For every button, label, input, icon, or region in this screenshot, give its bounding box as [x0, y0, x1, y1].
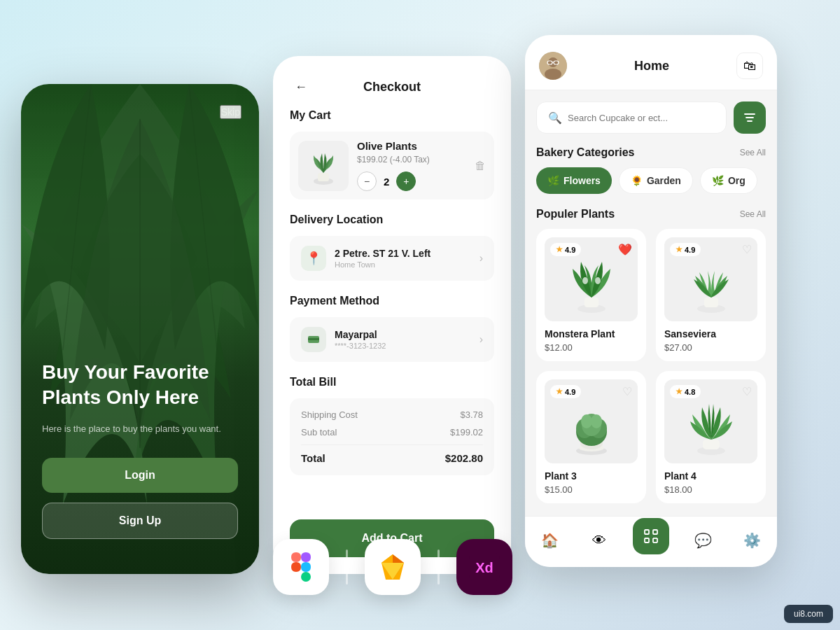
flowers-label: Flowers: [564, 175, 601, 186]
delivery-info-left: 📍 2 Petre. ST 21 V. Left Home Town: [301, 246, 430, 271]
cart-icon-button[interactable]: 🛍: [736, 52, 763, 79]
plant3-image: ★ 4.9 ♡: [545, 379, 638, 463]
svg-rect-35: [645, 538, 649, 542]
nav-scan-button[interactable]: [633, 518, 669, 554]
plant-card-4: ★ 4.8 ♡ Plant 4 $18.00: [656, 371, 766, 503]
plant4-heart-button[interactable]: ♡: [742, 385, 752, 398]
shipping-label: Shipping Cost: [301, 410, 358, 420]
cart-item: Olive Plants $199.02 (-4.00 Tax) − 2 + 🗑: [290, 132, 494, 200]
cart-item-price: $199.02 (-4.00 Tax): [357, 155, 466, 164]
category-org[interactable]: 🌿 Org: [700, 167, 757, 194]
increase-qty-button[interactable]: +: [396, 172, 416, 191]
category-flowers[interactable]: 🌿 Flowers: [536, 167, 612, 194]
nav-settings[interactable]: ⚙️: [737, 525, 768, 556]
shipping-value: $3.78: [460, 410, 483, 420]
categories-row: 🌿 Flowers 🌻 Garden 🌿 Org: [536, 167, 766, 194]
screen-onboarding: Skip Buy Your Favorite Plants Only Here …: [21, 84, 259, 574]
checkout-body: My Cart Olive Plants $: [273, 109, 511, 511]
svg-point-19: [595, 277, 601, 284]
plant3-price: $15.00: [545, 484, 638, 495]
payment-icon: [301, 327, 326, 352]
categories-section: Bakery Categories See All 🌿 Flowers 🌻 Ga…: [536, 146, 766, 194]
payment-name: Mayarpal: [335, 329, 386, 340]
sanseviera-heart-button[interactable]: ♡: [742, 243, 752, 256]
payment-info-left: Mayarpal ****-3123-1232: [301, 327, 386, 352]
categories-label: Bakery Categories: [536, 146, 635, 159]
svg-point-18: [582, 277, 588, 284]
xd-icon: Xd: [456, 539, 512, 595]
monstera-heart-button[interactable]: ❤️: [618, 243, 632, 256]
plant-card-sanseviera: ★ 4.9 ♡ Sanseviera $27.00: [656, 229, 766, 361]
quantity-value: 2: [384, 176, 389, 188]
cart-item-info: Olive Plants $199.02 (-4.00 Tax) − 2 +: [349, 140, 475, 191]
screen-home: Home 🛍 🔍 Bakery Categories See: [525, 35, 777, 567]
plant4-price: $18.00: [664, 484, 757, 495]
home-header: Home 🛍: [525, 35, 777, 90]
search-input[interactable]: [568, 113, 715, 123]
delivery-row[interactable]: 📍 2 Petre. ST 21 V. Left Home Town ›: [290, 236, 494, 281]
filter-button[interactable]: [734, 102, 766, 134]
org-label: Org: [728, 175, 746, 186]
plant3-name: Plant 3: [545, 470, 638, 482]
plant-card-3: ★ 4.9 ♡ Plant 3 $15.00: [536, 371, 646, 503]
back-button[interactable]: ←: [290, 76, 312, 98]
delivery-section: Delivery Location 📍 2 Petre. ST 21 V. Le…: [290, 214, 494, 281]
delivery-address: 2 Petre. ST 21 V. Left: [335, 248, 430, 259]
separator-2: [438, 550, 440, 584]
cart-item-image: [298, 141, 349, 191]
svg-rect-33: [645, 530, 649, 534]
delete-item-button[interactable]: 🗑: [475, 160, 486, 172]
monstera-name: Monstera Plant: [545, 328, 638, 340]
sketch-icon: [365, 539, 421, 595]
payment-label: Payment Method: [290, 295, 494, 307]
category-garden[interactable]: 🌻 Garden: [619, 167, 693, 194]
flowers-emoji: 🌿: [547, 175, 559, 186]
svg-rect-6: [308, 338, 319, 340]
nav-home[interactable]: 🏠: [534, 525, 565, 556]
decrease-qty-button[interactable]: −: [357, 172, 377, 191]
svg-rect-34: [653, 530, 657, 534]
see-all-plants[interactable]: See All: [740, 209, 766, 219]
subtotal-label: Sub total: [301, 427, 337, 438]
skip-button[interactable]: Skip: [220, 105, 241, 119]
sanseviera-image: ★ 4.9 ♡: [664, 237, 757, 321]
bottom-nav: 🏠 👁 💬 ⚙️: [525, 516, 777, 567]
see-all-categories[interactable]: See All: [740, 148, 766, 158]
cart-icon: 🛍: [743, 59, 756, 74]
plant3-heart-button[interactable]: ♡: [622, 385, 632, 398]
search-row: 🔍: [536, 102, 766, 134]
total-value: $202.80: [445, 452, 483, 464]
cart-item-quantity: − 2 +: [357, 172, 466, 191]
payment-row[interactable]: Mayarpal ****-3123-1232 ›: [290, 317, 494, 362]
search-box[interactable]: 🔍: [536, 102, 727, 134]
svg-rect-21: [704, 298, 718, 307]
cart-item-name: Olive Plants: [357, 140, 466, 152]
location-icon: 📍: [301, 246, 326, 271]
delivery-sub: Home Town: [335, 260, 430, 269]
chevron-right-icon-2: ›: [479, 333, 483, 346]
total-row: Total $202.80: [301, 444, 483, 464]
plants-grid: ★ 4.9 ❤️ Monstera Plant $12.00: [536, 229, 766, 503]
categories-header: Bakery Categories See All: [536, 146, 766, 159]
org-emoji: 🌿: [712, 175, 724, 186]
payment-card: ****-3123-1232: [335, 342, 386, 350]
subtotal-value: $199.02: [450, 427, 483, 438]
nav-chat[interactable]: 💬: [687, 525, 718, 556]
popular-header: Populer Plants See All: [536, 208, 766, 220]
checkout-header: ← Checkout: [273, 56, 511, 109]
my-cart-label: My Cart: [290, 109, 494, 122]
tools-row: Xd: [273, 539, 512, 595]
svg-text:Xd: Xd: [475, 560, 493, 575]
login-button[interactable]: Login: [42, 458, 238, 493]
plant3-rating: ★ 4.9: [550, 385, 581, 398]
avatar: [539, 52, 567, 80]
svg-rect-4: [318, 173, 329, 181]
svg-point-40: [301, 572, 311, 582]
back-icon: ←: [295, 80, 307, 94]
monstera-price: $12.00: [545, 342, 638, 353]
svg-rect-32: [703, 440, 720, 449]
nav-browse[interactable]: 👁: [584, 525, 615, 556]
sanseviera-price: $27.00: [664, 342, 757, 353]
signup-button[interactable]: Sign Up: [42, 503, 238, 539]
plant4-rating: ★ 4.8: [670, 385, 701, 398]
